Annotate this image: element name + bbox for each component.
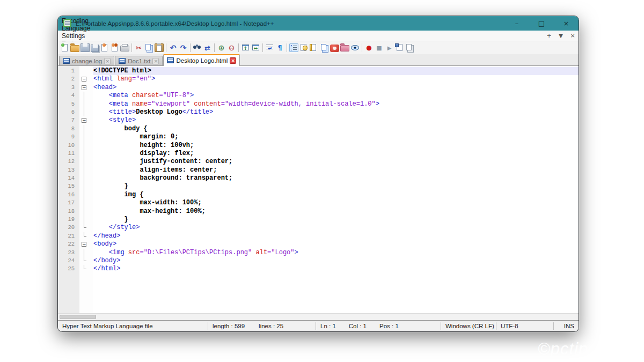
menubar-dropdown-button[interactable]: ▼ bbox=[555, 32, 567, 39]
tab-close-icon[interactable]: × bbox=[230, 57, 236, 64]
fold-collapse-icon[interactable]: − bbox=[79, 116, 93, 124]
code-text[interactable]: <body> bbox=[93, 240, 579, 248]
document-list-icon[interactable] bbox=[320, 43, 329, 52]
code-text[interactable]: max-width: 100%; bbox=[93, 199, 579, 207]
code-line[interactable]: 5 <meta name="viewport" content="width=d… bbox=[58, 100, 579, 108]
word-wrap-icon[interactable] bbox=[265, 43, 274, 52]
code-line[interactable]: 15 } bbox=[58, 182, 579, 190]
code-line[interactable]: 11 display: flex; bbox=[58, 150, 579, 158]
code-line[interactable]: 22−<body> bbox=[58, 240, 579, 248]
code-text[interactable]: <meta charset="UTF-8"> bbox=[93, 92, 579, 100]
redo-icon[interactable] bbox=[179, 43, 188, 52]
stop-macro-icon[interactable] bbox=[375, 43, 384, 52]
close-file-icon[interactable] bbox=[100, 43, 109, 52]
open-file-icon[interactable] bbox=[70, 45, 79, 52]
code-line[interactable]: 10 height: 100vh; bbox=[58, 142, 579, 150]
sync-horizontal-icon[interactable] bbox=[251, 43, 260, 52]
code-text[interactable]: margin: 0; bbox=[93, 133, 579, 141]
code-text[interactable]: height: 100vh; bbox=[93, 142, 579, 150]
fold-collapse-icon[interactable]: − bbox=[79, 84, 93, 92]
code-lines[interactable]: 1<!DOCTYPE html>2−<html lang="en">3−<hea… bbox=[58, 67, 579, 274]
monitoring-icon[interactable] bbox=[350, 43, 360, 52]
document-map-icon[interactable] bbox=[310, 43, 319, 52]
minimize-button[interactable]: – bbox=[504, 16, 529, 31]
cut-icon[interactable] bbox=[134, 43, 143, 52]
code-text[interactable]: <!DOCTYPE html> bbox=[93, 67, 579, 75]
status-eol-format[interactable]: Windows (CR LF) bbox=[441, 323, 496, 329]
title-bar[interactable]: E:\Portable Apps\npp.8.6.6.portable.x64\… bbox=[58, 16, 579, 31]
copy-icon[interactable] bbox=[144, 43, 153, 52]
code-line[interactable]: 7− <style> bbox=[58, 116, 579, 124]
code-text[interactable]: <img src="D:\Files\PCTips\PCtips.png" al… bbox=[93, 249, 579, 257]
close-all-icon[interactable] bbox=[110, 43, 119, 52]
fold-collapse-icon[interactable]: − bbox=[79, 75, 93, 83]
show-indent-guide-icon[interactable] bbox=[289, 43, 298, 52]
code-line[interactable]: 2−<html lang="en"> bbox=[58, 75, 579, 83]
horizontal-scrollbar[interactable] bbox=[58, 313, 579, 320]
code-text[interactable]: </html> bbox=[93, 265, 579, 273]
code-line[interactable]: 19 } bbox=[58, 216, 579, 224]
code-line[interactable]: 1<!DOCTYPE html> bbox=[58, 67, 579, 75]
code-text[interactable]: </head> bbox=[93, 232, 579, 240]
code-line[interactable]: 24</body> bbox=[58, 257, 579, 265]
tab-desktop-logo-html[interactable]: Desktop Logo.html× bbox=[163, 54, 240, 66]
undo-icon[interactable] bbox=[169, 43, 178, 52]
code-text[interactable]: max-height: 100%; bbox=[93, 208, 579, 216]
code-line[interactable]: 25</html> bbox=[58, 265, 579, 273]
code-text[interactable]: <meta name="viewport" content="width=dev… bbox=[93, 100, 579, 108]
code-text[interactable]: <title>Desktop Logo</title> bbox=[93, 108, 579, 116]
code-text[interactable]: background: transparent; bbox=[93, 174, 579, 182]
code-line[interactable]: 17 max-width: 100%; bbox=[58, 199, 579, 207]
function-list-icon[interactable] bbox=[299, 43, 309, 52]
tab-close-icon[interactable]: × bbox=[104, 58, 111, 64]
code-text[interactable]: <style> bbox=[93, 116, 579, 124]
replace-icon[interactable] bbox=[203, 43, 212, 52]
code-text[interactable]: align-items: center; bbox=[93, 166, 579, 174]
status-insert-mode[interactable]: INS bbox=[554, 323, 579, 329]
code-text[interactable]: display: flex; bbox=[93, 150, 579, 158]
tab-change-log[interactable]: change.log× bbox=[59, 56, 114, 65]
code-text[interactable]: </body> bbox=[93, 257, 579, 265]
code-text[interactable]: <html lang="en"> bbox=[93, 75, 579, 83]
code-line[interactable]: 12 justify-content: center; bbox=[58, 158, 579, 166]
code-line[interactable]: 18 max-height: 100%; bbox=[58, 208, 579, 216]
menubar-close-button[interactable]: × bbox=[567, 32, 579, 39]
code-line[interactable]: 4 <meta charset="UTF-8"> bbox=[58, 92, 579, 100]
editor-pane[interactable]: 1<!DOCTYPE html>2−<html lang="en">3−<hea… bbox=[58, 66, 579, 313]
maximize-button[interactable]: □ bbox=[529, 16, 554, 31]
paste-icon[interactable] bbox=[155, 43, 164, 52]
run-macro-multiple-icon[interactable] bbox=[405, 43, 414, 52]
code-line[interactable]: 14 background: transparent; bbox=[58, 174, 579, 182]
show-all-characters-icon[interactable] bbox=[275, 43, 284, 52]
horizontal-scrollbar-thumb[interactable] bbox=[60, 315, 96, 319]
code-text[interactable]: body { bbox=[93, 125, 579, 133]
play-macro-icon[interactable] bbox=[385, 43, 394, 52]
code-line[interactable]: 13 align-items: center; bbox=[58, 166, 579, 174]
tab-close-icon[interactable]: × bbox=[152, 58, 159, 64]
code-text[interactable]: <head> bbox=[93, 84, 579, 92]
find-icon[interactable] bbox=[193, 44, 202, 53]
code-line[interactable]: 21</head> bbox=[58, 232, 579, 240]
zoom-out-icon[interactable] bbox=[227, 43, 236, 52]
code-text[interactable]: } bbox=[93, 216, 579, 224]
print-icon[interactable] bbox=[120, 46, 129, 51]
status-encoding[interactable]: UTF-8 bbox=[496, 323, 553, 329]
save-all-icon[interactable] bbox=[91, 45, 99, 52]
code-line[interactable]: 23 <img src="D:\Files\PCTips\PCtips.png"… bbox=[58, 249, 579, 257]
code-text[interactable]: </style> bbox=[93, 224, 579, 232]
tab-doc1-txt[interactable]: Doc1.txt× bbox=[115, 56, 163, 65]
save-macro-icon[interactable] bbox=[395, 43, 404, 52]
folder-workspace-icon[interactable] bbox=[340, 45, 349, 51]
preview-browser-icon[interactable] bbox=[330, 45, 339, 52]
close-button[interactable]: × bbox=[554, 16, 579, 31]
code-line[interactable]: 6 <title>Desktop Logo</title> bbox=[58, 108, 579, 116]
zoom-in-icon[interactable] bbox=[217, 43, 226, 52]
code-line[interactable]: 9 margin: 0; bbox=[58, 133, 579, 141]
new-file-icon[interactable] bbox=[60, 43, 69, 52]
menu-settings[interactable]: Settings bbox=[58, 32, 94, 40]
code-line[interactable]: 20 </style> bbox=[58, 224, 579, 232]
code-text[interactable]: img { bbox=[93, 191, 579, 199]
record-macro-icon[interactable] bbox=[364, 43, 374, 52]
code-line[interactable]: 8 body { bbox=[58, 125, 579, 133]
code-text[interactable]: } bbox=[93, 182, 579, 190]
